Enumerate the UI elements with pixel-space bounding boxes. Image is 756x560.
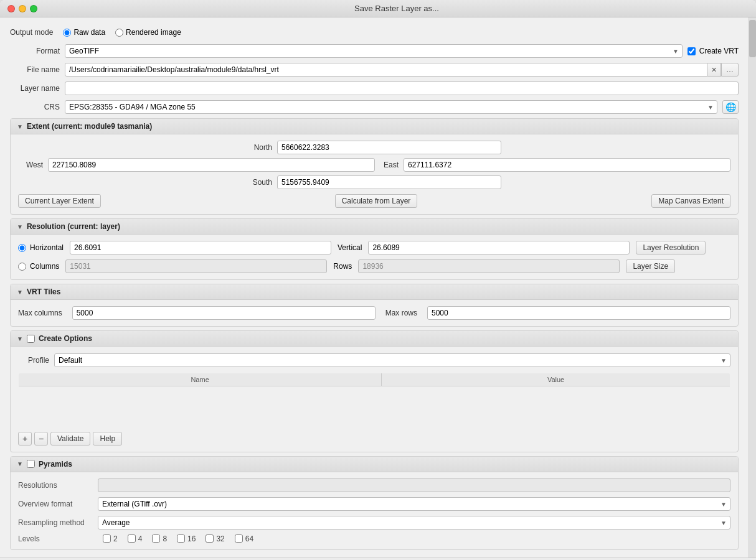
- radio-rendered-image[interactable]: Rendered image: [115, 28, 181, 37]
- vrt-tiles-row: Max columns 5000 Max rows 5000: [18, 306, 730, 320]
- resolution-columns-row: Columns 15031 Rows 18936 Layer Size: [18, 259, 730, 273]
- pyramids-checkbox[interactable]: [27, 460, 35, 468]
- columns-input[interactable]: 15031: [65, 259, 327, 273]
- level-2-checkbox[interactable]: [103, 534, 111, 543]
- extent-south-row: South 5156755.9409: [18, 175, 730, 189]
- level-16-checkbox[interactable]: [177, 534, 185, 543]
- file-clear-button[interactable]: ✕: [707, 63, 721, 77]
- create-options-table: Name Value: [18, 373, 730, 427]
- vrt-tiles-section: ▼ VRT Tiles Max columns 5000 Max rows 50…: [10, 284, 739, 327]
- extent-north-row: North 5660622.3283: [18, 141, 730, 154]
- remove-option-button[interactable]: −: [34, 432, 48, 446]
- table-cell-value: [382, 386, 730, 399]
- level-64[interactable]: 64: [235, 534, 253, 543]
- table-header-value: Value: [382, 373, 730, 386]
- extent-section-header[interactable]: ▼ Extent (current: module9 tasmania): [11, 119, 738, 134]
- crs-globe-button[interactable]: 🌐: [722, 100, 739, 114]
- calculate-from-layer-button[interactable]: Calculate from Layer: [335, 194, 418, 208]
- layer-size-button[interactable]: Layer Size: [626, 259, 675, 273]
- scrollbar-thumb[interactable]: [749, 20, 756, 57]
- window-title: Save Raster Layer as...: [45, 4, 749, 13]
- overview-format-select[interactable]: External (GTiff .ovr): [98, 497, 730, 511]
- north-input[interactable]: 5660622.3283: [277, 141, 501, 154]
- radio-raw-data-input[interactable]: [63, 29, 71, 37]
- table-row: [19, 413, 730, 427]
- level-8-checkbox[interactable]: [152, 534, 160, 543]
- crs-row: CRS EPSG:28355 - GDA94 / MGA zone 55 ▼ 🌐: [10, 100, 739, 114]
- resolution-arrow-icon: ▼: [17, 223, 23, 230]
- vertical-input[interactable]: 26.6089: [368, 241, 630, 254]
- horizontal-radio[interactable]: [18, 244, 26, 252]
- profile-label: Profile: [18, 356, 49, 365]
- file-name-input[interactable]: /Users/codrinamariailie/Desktop/australi…: [65, 63, 707, 77]
- maximize-button[interactable]: [30, 5, 37, 12]
- level-4-checkbox[interactable]: [128, 534, 136, 543]
- pyramids-section-content: Resolutions Overview format External (GT…: [11, 472, 738, 549]
- horizontal-input[interactable]: 26.6091: [70, 241, 331, 254]
- map-canvas-extent-button[interactable]: Map Canvas Extent: [651, 194, 730, 208]
- level-16[interactable]: 16: [177, 534, 196, 543]
- overview-format-label: Overview format: [18, 500, 93, 508]
- file-browse-button[interactable]: …: [721, 63, 739, 77]
- radio-raw-data-label: Raw data: [73, 28, 105, 37]
- level-32-checkbox[interactable]: [206, 534, 214, 543]
- help-options-button[interactable]: Help: [93, 432, 122, 446]
- resolution-section: ▼ Resolution (current: layer) Horizontal…: [10, 218, 739, 280]
- layer-resolution-button[interactable]: Layer Resolution: [636, 241, 706, 254]
- close-button[interactable]: [7, 5, 15, 12]
- resolution-section-header[interactable]: ▼ Resolution (current: layer): [11, 219, 738, 235]
- bottom-bar: Help Add saved file to map Cancel OK: [0, 558, 756, 561]
- level-64-checkbox[interactable]: [235, 534, 243, 543]
- create-vrt-checkbox[interactable]: [687, 47, 696, 55]
- radio-rendered-image-input[interactable]: [115, 29, 123, 37]
- table-row: [19, 399, 730, 413]
- minimize-button[interactable]: [19, 5, 26, 12]
- format-select-wrapper: GeoTIFF ▼: [65, 44, 683, 58]
- layer-name-input[interactable]: [65, 82, 739, 95]
- vrt-tiles-section-header[interactable]: ▼ VRT Tiles: [11, 284, 738, 300]
- table-cell-name: [19, 386, 382, 399]
- pyramids-section-header[interactable]: ▼ Pyramids: [11, 457, 738, 472]
- rows-input[interactable]: 18936: [358, 259, 620, 273]
- scrollbar[interactable]: [749, 17, 756, 558]
- horizontal-radio-group: Horizontal: [18, 243, 64, 252]
- max-columns-input[interactable]: 5000: [72, 306, 376, 320]
- vertical-label: Vertical: [338, 243, 362, 252]
- pyramids-arrow-icon: ▼: [17, 460, 23, 467]
- radio-raw-data[interactable]: Raw data: [63, 28, 105, 37]
- level-8[interactable]: 8: [152, 534, 167, 543]
- extent-section-content: North 5660622.3283 West 227150.8089 East…: [11, 134, 738, 214]
- dialog-window: Save Raster Layer as... Output mode Raw …: [0, 0, 756, 560]
- format-row: Format GeoTIFF ▼ Create VRT: [10, 44, 739, 58]
- level-4[interactable]: 4: [128, 534, 143, 543]
- max-columns-label: Max columns: [18, 309, 62, 317]
- level-32[interactable]: 32: [206, 534, 224, 543]
- format-select[interactable]: GeoTIFF: [65, 44, 683, 58]
- crs-select[interactable]: EPSG:28355 - GDA94 / MGA zone 55: [65, 100, 717, 114]
- validate-button[interactable]: Validate: [50, 432, 90, 446]
- south-input[interactable]: 5156755.9409: [277, 175, 501, 189]
- create-options-header[interactable]: ▼ Create Options: [11, 331, 738, 347]
- east-input[interactable]: 627111.6372: [404, 158, 730, 172]
- profile-select[interactable]: Default: [54, 353, 730, 367]
- columns-radio-group: Columns: [18, 262, 59, 271]
- west-input[interactable]: 227150.8089: [48, 158, 375, 172]
- vrt-tiles-section-title: VRT Tiles: [27, 287, 60, 296]
- resampling-select[interactable]: Average: [98, 516, 730, 530]
- level-16-label: 16: [187, 534, 196, 543]
- current-layer-extent-button[interactable]: Current Layer Extent: [18, 194, 101, 208]
- layer-name-label: Layer name: [10, 84, 60, 93]
- create-options-checkbox[interactable]: [27, 335, 35, 343]
- max-rows-input[interactable]: 5000: [427, 306, 730, 320]
- extent-section-title: Extent (current: module9 tasmania): [27, 122, 152, 131]
- create-vrt-area: Create VRT: [687, 47, 739, 55]
- resampling-row: Resampling method Average ▼: [18, 516, 730, 530]
- west-label: West: [18, 161, 43, 169]
- columns-label: Columns: [30, 262, 59, 271]
- level-2[interactable]: 2: [103, 534, 118, 543]
- columns-radio[interactable]: [18, 263, 26, 271]
- extent-buttons: Current Layer Extent Calculate from Laye…: [18, 194, 730, 208]
- resolutions-input[interactable]: [98, 478, 730, 492]
- extent-west-east-row: West 227150.8089 East 627111.6372: [18, 158, 730, 172]
- add-option-button[interactable]: +: [18, 432, 32, 446]
